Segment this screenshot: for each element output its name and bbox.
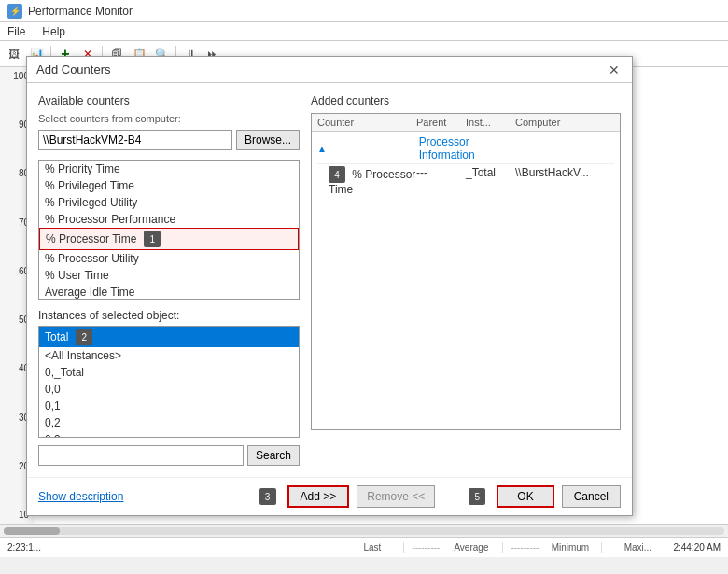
row-instance: _Total [466, 166, 515, 196]
row-counter: 4 % Processor Time [317, 166, 416, 196]
badge-5: 5 [469, 488, 485, 505]
counter-processor-time[interactable]: % Processor Time 1 [39, 228, 299, 250]
left-panel: Available counters Select counters from … [38, 94, 300, 466]
row-computer: \\BurstHackV... [515, 166, 614, 196]
counter-average-idle[interactable]: Average Idle Time [39, 284, 299, 300]
counter-processor-performance[interactable]: % Processor Performance [39, 211, 299, 228]
instance-list[interactable]: Total 2 <All Instances> 0,_Total 0,0 0,1… [38, 326, 300, 438]
counter-privileged-utility[interactable]: % Privileged Utility [39, 194, 299, 211]
instance-0-2[interactable]: 0,2 [39, 414, 299, 431]
search-row: Search [38, 445, 300, 466]
instances-label: Instances of selected object: [38, 309, 300, 322]
show-description-link[interactable]: Show description [38, 490, 123, 503]
computer-select[interactable]: \\BurstHackVM2-B4 [38, 130, 232, 150]
instance-all[interactable]: <All Instances> [39, 347, 299, 364]
added-counters-label: Added counters [311, 94, 621, 107]
instance-0-1[interactable]: 0,1 [39, 398, 299, 414]
group-header-processor: ▲ Processor Information [317, 133, 614, 164]
counter-priority-time[interactable]: % Priority Time [39, 161, 299, 177]
counter-list[interactable]: % Priority Time % Privileged Time % Priv… [38, 160, 300, 300]
remove-button[interactable]: Remove << [357, 485, 435, 508]
cancel-button[interactable]: Cancel [562, 485, 621, 508]
search-select[interactable] [38, 445, 244, 466]
search-button[interactable]: Search [247, 445, 300, 466]
col-computer: Computer [515, 117, 614, 128]
badge-1: 1 [144, 231, 161, 247]
group-expand-icon: ▲ [317, 144, 415, 154]
computer-select-label: Select counters from computer: [38, 113, 300, 124]
browse-button[interactable]: Browse... [236, 130, 300, 150]
table-row: 4 % Processor Time --- _Total \\BurstHac… [317, 164, 614, 198]
col-inst: Inst... [466, 117, 515, 128]
col-parent: Parent [416, 117, 466, 128]
added-group-processor: ▲ Processor Information 4 % Processor Ti… [312, 132, 620, 200]
dialog-footer: Show description 3 Add >> Remove << 5 OK… [27, 477, 632, 515]
group-name: Processor Information [419, 135, 517, 161]
table-header: Counter Parent Inst... Computer [312, 114, 620, 132]
add-counters-dialog: Add Counters ✕ Available counters Select… [26, 56, 633, 516]
instance-total[interactable]: Total 2 [39, 327, 299, 347]
row-parent: --- [416, 166, 466, 196]
instance-0-total[interactable]: 0,_Total [39, 364, 299, 381]
instance-0-3[interactable]: 0,3 [39, 431, 299, 438]
col-counter: Counter [317, 117, 416, 128]
ok-button[interactable]: OK [497, 485, 553, 508]
dialog-overlay: Add Counters ✕ Available counters Select… [0, 0, 728, 574]
added-counters-table: Counter Parent Inst... Computer ▲ Proces… [311, 113, 621, 430]
counter-user-time[interactable]: % User Time [39, 267, 299, 284]
right-panel: Added counters Counter Parent Inst... Co… [311, 94, 621, 466]
instance-0-0[interactable]: 0,0 [39, 381, 299, 398]
dialog-title-bar: Add Counters ✕ [27, 57, 632, 83]
computer-select-row: \\BurstHackVM2-B4 Browse... [38, 130, 300, 150]
counter-processor-utility[interactable]: % Processor Utility [39, 250, 299, 267]
dialog-title: Add Counters [36, 63, 111, 77]
add-button[interactable]: Add >> [287, 485, 350, 508]
available-counters-label: Available counters [38, 94, 300, 107]
badge-2: 2 [76, 329, 92, 345]
dialog-body: Available counters Select counters from … [27, 83, 632, 477]
counter-privileged-time[interactable]: % Privileged Time [39, 177, 299, 194]
badge-4: 4 [329, 166, 345, 183]
dialog-close-button[interactable]: ✕ [606, 62, 623, 78]
badge-3: 3 [259, 488, 276, 505]
